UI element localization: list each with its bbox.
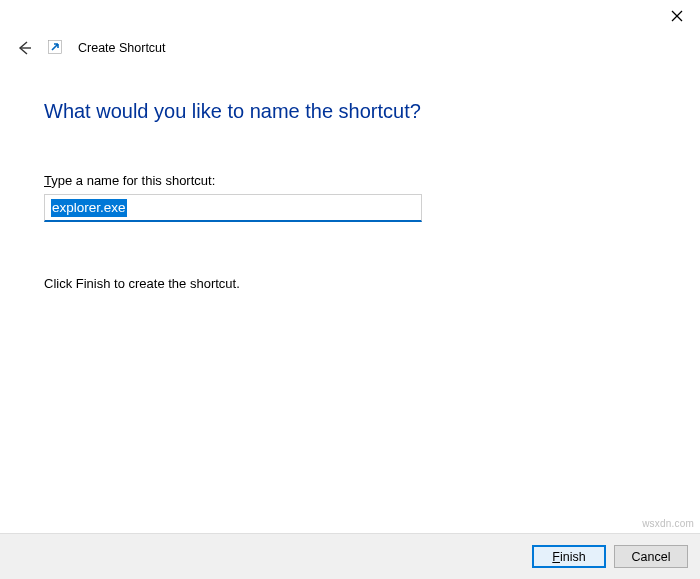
instruction-text: Click Finish to create the shortcut. [44, 276, 656, 291]
input-selection: explorer.exe [51, 199, 127, 217]
button-label-rest: inish [560, 550, 586, 564]
watermark: wsxdn.com [642, 518, 694, 529]
wizard-header: Create Shortcut [14, 38, 166, 58]
label-rest: ype a name for this shortcut: [51, 173, 215, 188]
cancel-button[interactable]: Cancel [614, 545, 688, 568]
close-icon [671, 10, 683, 22]
back-button[interactable] [14, 38, 34, 58]
input-label: Type a name for this shortcut: [44, 173, 656, 188]
back-arrow-icon [16, 40, 32, 56]
close-button[interactable] [654, 0, 700, 32]
titlebar [654, 0, 700, 32]
finish-button[interactable]: Finish [532, 545, 606, 568]
accelerator-char: F [552, 550, 560, 564]
page-heading: What would you like to name the shortcut… [44, 100, 656, 123]
content-area: What would you like to name the shortcut… [44, 100, 656, 291]
shortcut-overlay-icon [48, 40, 64, 56]
shortcut-name-input[interactable]: explorer.exe [44, 194, 422, 222]
wizard-title: Create Shortcut [78, 41, 166, 55]
wizard-footer: Finish Cancel [0, 533, 700, 579]
